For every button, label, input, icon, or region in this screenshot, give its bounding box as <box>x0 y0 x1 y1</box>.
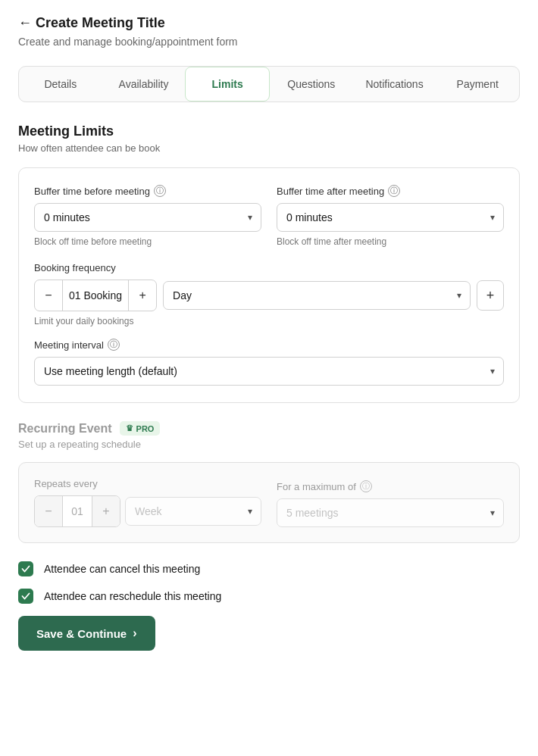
save-continue-button[interactable]: Save & Continue › <box>18 616 155 651</box>
reschedule-checkmark-icon <box>21 592 30 601</box>
meeting-interval-select[interactable]: Use meeting length (default) 15 minutes … <box>34 357 504 386</box>
maximum-select-wrapper: 5 meetings 10 meetings 20 meetings ▾ <box>277 498 504 527</box>
meeting-interval-select-wrapper: Use meeting length (default) 15 minutes … <box>34 357 504 386</box>
reschedule-checkbox[interactable] <box>18 589 33 604</box>
buffer-after-select[interactable]: 0 minutes 5 minutes 10 minutes 15 minute… <box>277 203 504 232</box>
repeats-period-select-wrapper: Week Day Month ▾ <box>125 497 261 526</box>
booking-period-select[interactable]: Day Week Month <box>163 281 471 310</box>
booking-frequency-helper: Limit your daily bookings <box>34 316 504 326</box>
buffer-before-helper: Block off time before meeting <box>34 236 261 247</box>
buffer-before-select[interactable]: 0 minutes 5 minutes 10 minutes 15 minute… <box>34 203 261 232</box>
repeats-every-col: Repeats every − 01 + Week Day Month ▾ <box>34 478 261 527</box>
buffer-after-label: Buffer time after meeting ⓘ <box>277 185 504 197</box>
maximum-label: For a maximum of ⓘ <box>277 480 504 492</box>
repeats-period-select[interactable]: Week Day Month <box>125 497 261 526</box>
tab-questions[interactable]: Questions <box>270 67 353 102</box>
meeting-interval-section: Meeting interval ⓘ Use meeting length (d… <box>34 339 504 386</box>
tab-details[interactable]: Details <box>19 67 102 102</box>
cancel-checkbox[interactable] <box>18 561 33 576</box>
booking-frequency-label: Booking frequency <box>34 262 504 273</box>
meeting-interval-info-icon[interactable]: ⓘ <box>108 339 120 351</box>
meeting-limits-card: Buffer time before meeting ⓘ 0 minutes 5… <box>18 167 520 403</box>
cancel-checkbox-row: Attendee can cancel this meeting <box>18 561 520 576</box>
recurring-event-card: Repeats every − 01 + Week Day Month ▾ <box>18 462 520 543</box>
repeats-decrement-button[interactable]: − <box>35 496 62 526</box>
back-link[interactable]: ← Create Meeting Title <box>18 15 520 31</box>
booking-stepper: − 01 Booking + <box>34 280 157 311</box>
tab-payment[interactable]: Payment <box>436 67 519 102</box>
booking-value: 01 Booking <box>62 280 129 311</box>
maximum-info-icon[interactable]: ⓘ <box>360 480 372 492</box>
page-subtitle: Create and manage booking/appointment fo… <box>18 36 520 48</box>
buffer-before-select-wrapper: 0 minutes 5 minutes 10 minutes 15 minute… <box>34 203 261 232</box>
buffer-after-helper: Block off time after meeting <box>277 236 504 247</box>
buffer-row: Buffer time before meeting ⓘ 0 minutes 5… <box>34 185 504 247</box>
repeats-increment-button[interactable]: + <box>92 496 120 526</box>
buffer-before-label: Buffer time before meeting ⓘ <box>34 185 261 197</box>
repeats-value: 01 <box>62 496 92 526</box>
booking-frequency-row: − 01 Booking + Day Week Month ▾ + <box>34 280 504 311</box>
cancel-checkbox-label: Attendee can cancel this meeting <box>44 563 200 575</box>
recurring-event-header: Recurring Event ♛ PRO <box>18 421 520 436</box>
booking-frequency-section: Booking frequency − 01 Booking + Day Wee… <box>34 262 504 326</box>
buffer-before-info-icon[interactable]: ⓘ <box>154 185 166 197</box>
tab-bar: Details Availability Limits Questions No… <box>18 66 520 102</box>
tab-limits[interactable]: Limits <box>185 67 270 102</box>
cancel-checkmark-icon <box>21 564 30 573</box>
save-continue-arrow-icon: › <box>133 626 136 640</box>
back-arrow-icon: ← Create Meeting Title <box>18 15 165 31</box>
buffer-after-select-wrapper: 0 minutes 5 minutes 10 minutes 15 minute… <box>277 203 504 232</box>
booking-decrement-button[interactable]: − <box>35 280 62 311</box>
pro-badge: ♛ PRO <box>120 421 161 436</box>
recurring-event-title: Recurring Event <box>18 422 112 436</box>
recurring-fields-row: Repeats every − 01 + Week Day Month ▾ <box>34 478 504 527</box>
buffer-before-col: Buffer time before meeting ⓘ 0 minutes 5… <box>34 185 261 247</box>
meeting-limits-title: Meeting Limits <box>18 123 520 139</box>
meeting-interval-label: Meeting interval ⓘ <box>34 339 504 351</box>
pro-badge-label: PRO <box>136 424 155 433</box>
repeats-stepper: − 01 + <box>34 495 120 527</box>
crown-icon: ♛ <box>126 423 133 433</box>
reschedule-checkbox-label: Attendee can reschedule this meeting <box>44 590 221 602</box>
booking-add-button[interactable]: + <box>477 280 504 311</box>
repeats-every-label: Repeats every <box>34 478 261 489</box>
maximum-select[interactable]: 5 meetings 10 meetings 20 meetings <box>277 498 504 527</box>
recurring-event-subtitle: Set up a repeating schedule <box>18 439 520 450</box>
buffer-after-info-icon[interactable]: ⓘ <box>388 185 400 197</box>
tab-notifications[interactable]: Notifications <box>353 67 436 102</box>
save-continue-label: Save & Continue <box>36 627 127 640</box>
meeting-limits-subtitle: How often attendee can be book <box>18 142 520 154</box>
booking-increment-button[interactable]: + <box>129 280 156 311</box>
maximum-meetings-col: For a maximum of ⓘ 5 meetings 10 meeting… <box>277 480 504 527</box>
reschedule-checkbox-row: Attendee can reschedule this meeting <box>18 589 520 604</box>
booking-period-select-wrapper: Day Week Month ▾ <box>163 281 471 310</box>
tab-availability[interactable]: Availability <box>102 67 186 102</box>
buffer-after-col: Buffer time after meeting ⓘ 0 minutes 5 … <box>277 185 504 247</box>
